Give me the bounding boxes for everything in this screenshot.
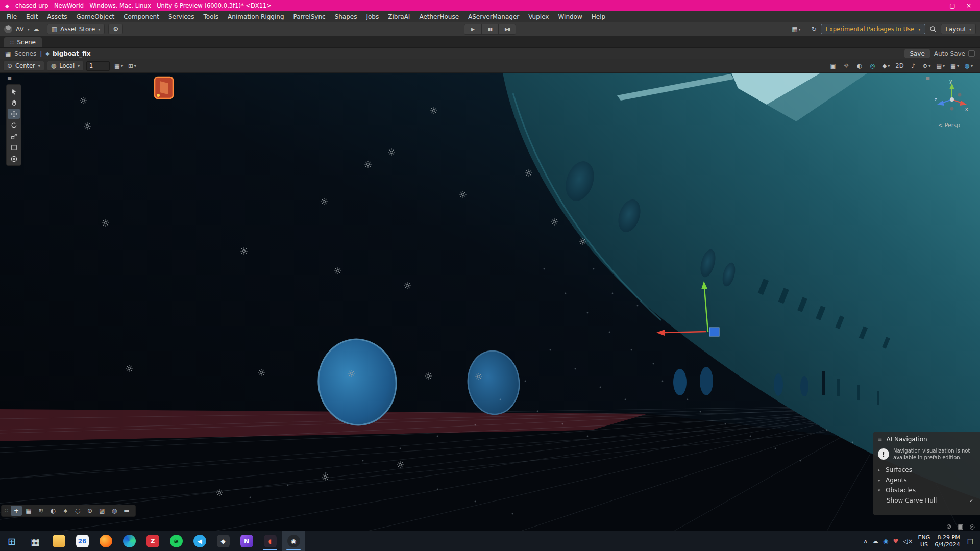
media-tray-icon[interactable]: ♥: [893, 538, 899, 545]
hand-tool-button[interactable]: [8, 97, 20, 108]
sphere-debug-icon[interactable]: ◐: [47, 506, 59, 516]
menu-item-component[interactable]: Component: [119, 11, 164, 22]
show-carve-hull-row[interactable]: Show Carve Hull ✓: [873, 495, 980, 506]
undo-history-icon[interactable]: ↻: [812, 26, 817, 33]
cloud-tray-icon[interactable]: ☁: [872, 538, 879, 545]
shading-mode-icon[interactable]: ◐: [853, 61, 865, 71]
search-icon[interactable]: [929, 26, 937, 33]
ai-section-surfaces[interactable]: ▸Surfaces: [873, 465, 980, 475]
grid-snap-icon[interactable]: ▦▾: [112, 61, 125, 71]
pivot-mode-dropdown[interactable]: ⊕ Center ▾: [3, 61, 44, 71]
scene-audio-icon[interactable]: ♪: [908, 61, 919, 71]
gizmo-plane-handle[interactable]: [709, 328, 719, 336]
maximize-button[interactable]: ▢: [944, 0, 961, 11]
pause-button[interactable]: ▮▮: [481, 24, 499, 35]
file-explorer-button[interactable]: [47, 531, 70, 551]
action-center-button[interactable]: ▤: [965, 537, 976, 545]
gizmo-neg-z[interactable]: [958, 93, 962, 97]
camera-settings-icon[interactable]: ◍▾: [963, 61, 975, 71]
firefox-button[interactable]: [94, 531, 117, 551]
menu-item-services[interactable]: Services: [164, 11, 199, 22]
menu-item-vuplex[interactable]: Vuplex: [524, 11, 553, 22]
language-indicator[interactable]: ENG US: [918, 534, 930, 548]
auto-save-checkbox[interactable]: [968, 50, 975, 57]
menu-item-animation-rigging[interactable]: Animation Rigging: [223, 11, 288, 22]
account-avatar[interactable]: [4, 25, 12, 33]
scale-tool-button[interactable]: [8, 131, 20, 141]
account-label[interactable]: AV: [16, 26, 24, 33]
handle-space-dropdown[interactable]: ◍ Local ▾: [47, 61, 84, 71]
orientation-gizmo[interactable]: y z x: [934, 79, 970, 119]
experimental-packages-dropdown[interactable]: Experimental Packages In Use ▾: [821, 24, 926, 34]
ai-navigation-header[interactable]: ≡ AI Navigation: [873, 434, 980, 444]
search-scene-icon[interactable]: ◌: [72, 506, 83, 516]
status-ok-icon[interactable]: ◎: [970, 523, 975, 530]
ai-section-agents[interactable]: ▸Agents: [873, 475, 980, 485]
wave-debug-icon[interactable]: ≋: [35, 506, 46, 516]
unity-hub-button[interactable]: ◆: [211, 531, 235, 551]
camera-preview-icon[interactable]: ▣: [827, 61, 839, 71]
scene-lighting-icon[interactable]: ☼: [840, 61, 852, 71]
task-view-button[interactable]: ▦: [23, 531, 47, 551]
breadcrumb-root[interactable]: Scenes: [14, 50, 36, 57]
layers-visibility-icon[interactable]: ▦▾: [948, 61, 961, 71]
gizmo-center[interactable]: [950, 97, 954, 102]
paint-overlay-icon[interactable]: ▨: [96, 506, 108, 516]
start-button[interactable]: ⊞: [0, 531, 23, 551]
menu-item-gameobject[interactable]: GameObject: [71, 11, 119, 22]
projection-label[interactable]: < Persp: [938, 122, 960, 129]
z-app-button[interactable]: Z: [141, 531, 164, 551]
settings-button[interactable]: ⚙: [108, 24, 123, 34]
red-app-button[interactable]: ◖: [258, 531, 282, 551]
particles-debug-icon[interactable]: ∗: [60, 506, 71, 516]
effects-menu-icon[interactable]: ◆▾: [880, 61, 892, 71]
menu-item-aetherhouse[interactable]: AetherHouse: [414, 11, 463, 22]
tray-expand-button[interactable]: ∧: [863, 538, 868, 545]
menu-item-tools[interactable]: Tools: [199, 11, 224, 22]
menu-item-aservermanager[interactable]: AServerManager: [463, 11, 524, 22]
menu-item-window[interactable]: Window: [553, 11, 586, 22]
play-button[interactable]: ▶: [464, 24, 481, 35]
unity-editor-button[interactable]: ◉: [282, 531, 305, 551]
menu-item-shapes[interactable]: Shapes: [330, 11, 362, 22]
tools-overlay-grip[interactable]: ≡: [7, 75, 12, 82]
overlay-grip-icon[interactable]: ∷: [5, 508, 8, 514]
edge-button[interactable]: [117, 531, 141, 551]
grid-visual-icon[interactable]: ▦: [23, 506, 34, 516]
snap-increment-icon[interactable]: ⊞▾: [126, 61, 138, 71]
overlays-menu-icon[interactable]: ▤▾: [934, 61, 947, 71]
editor-layers-button[interactable]: ▦ ▾: [790, 24, 802, 34]
breadcrumb-current[interactable]: ◆ bigboat_fix: [45, 50, 90, 57]
app-tray-icon[interactable]: ◉: [883, 538, 889, 545]
menu-item-assets[interactable]: Assets: [42, 11, 71, 22]
layout-dropdown[interactable]: Layout ▾: [941, 24, 976, 34]
gizmo-z-cone[interactable]: [937, 101, 944, 106]
gizmos-menu-icon[interactable]: ⊕▾: [921, 61, 933, 71]
volume-tray-icon[interactable]: ◁×: [902, 538, 913, 545]
auto-save-toggle[interactable]: Auto Save: [934, 50, 975, 57]
scene-render[interactable]: [0, 73, 980, 531]
right-overlay-grip[interactable]: ≡: [925, 75, 930, 82]
transform-tool-button[interactable]: [8, 154, 20, 164]
calendar-app-button[interactable]: 26: [70, 531, 94, 551]
close-button[interactable]: ×: [961, 0, 977, 11]
menu-item-parrelsync[interactable]: ParrelSync: [289, 11, 330, 22]
notifications-muted-icon[interactable]: ⊘: [946, 523, 951, 530]
asset-store-button[interactable]: ▥ Asset Store ▾: [47, 24, 105, 34]
scene-viewport[interactable]: ≡ ≡: [0, 73, 980, 531]
ai-section-obstacles[interactable]: ▾Obstacles: [873, 485, 980, 495]
move-tool-button[interactable]: [8, 109, 20, 119]
gizmo-x-cone[interactable]: [960, 101, 967, 106]
menu-item-file[interactable]: File: [2, 11, 21, 22]
menu-item-zibraai[interactable]: ZibraAI: [383, 11, 414, 22]
chat-app-button[interactable]: ◀: [188, 531, 211, 551]
minimize-button[interactable]: –: [928, 0, 944, 11]
tab-scene[interactable]: ∷ Scene: [4, 37, 42, 47]
select-tool-button[interactable]: [8, 86, 20, 96]
move-overlay-icon[interactable]: ⊕: [84, 506, 95, 516]
globe-overlay-icon[interactable]: ◍: [109, 506, 120, 516]
rect-tool-button[interactable]: [8, 142, 20, 153]
spotify-button[interactable]: ≋: [164, 531, 188, 551]
step-button[interactable]: ▶▮: [499, 24, 516, 35]
gizmo-y-cone[interactable]: [949, 83, 954, 89]
